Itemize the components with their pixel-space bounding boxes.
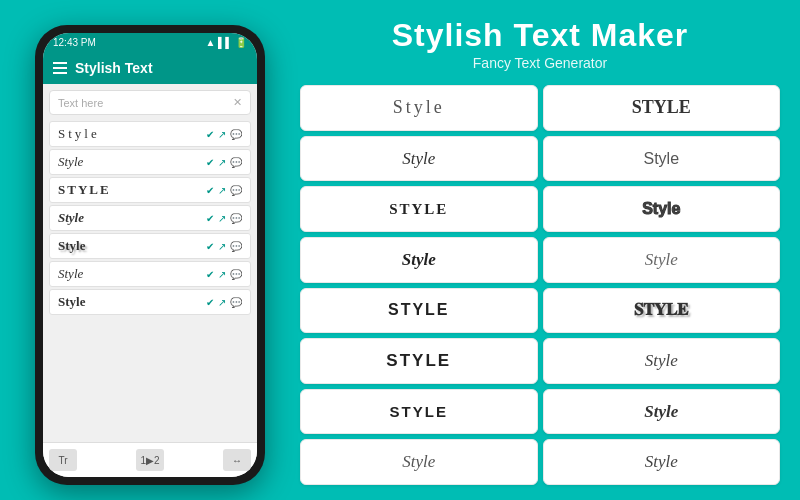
style-card-text: STYLE <box>388 301 450 319</box>
list-item-text: Style <box>58 294 85 310</box>
style-card[interactable]: STYLE <box>300 186 538 232</box>
phone-content: Text here ✕ Style ✔ ↗ 💬 Style <box>43 84 257 442</box>
copy-icon[interactable]: ✔ <box>206 129 214 140</box>
style-card-text: Style <box>645 250 678 270</box>
style-card[interactable]: STYLE <box>300 338 538 384</box>
copy-icon[interactable]: ✔ <box>206 241 214 252</box>
toolbar-title: Stylish Text <box>75 60 153 76</box>
copy-icon[interactable]: ✔ <box>206 157 214 168</box>
style-card-text: 𝐒𝐓𝐘𝐋𝐄 <box>634 300 688 320</box>
share-icon[interactable]: ↗ <box>218 157 226 168</box>
style-card-text: Style <box>402 250 436 270</box>
copy-icon[interactable]: ✔ <box>206 213 214 224</box>
list-item-text: Style <box>58 210 84 226</box>
app-subtitle: Fancy Text Generator <box>300 55 780 71</box>
list-item-text: Style <box>58 154 83 170</box>
share-icon[interactable]: ↗ <box>218 297 226 308</box>
whatsapp-icon[interactable]: 💬 <box>230 241 242 252</box>
whatsapp-icon[interactable]: 💬 <box>230 129 242 140</box>
share-icon[interactable]: ↗ <box>218 269 226 280</box>
list-item[interactable]: Style ✔ ↗ 💬 <box>49 233 251 259</box>
style-card[interactable]: Style <box>300 85 538 131</box>
list-item-actions: ✔ ↗ 💬 <box>206 241 242 252</box>
share-icon[interactable]: ↗ <box>218 129 226 140</box>
status-icons: ▲ ▌▌ 🔋 <box>205 37 247 48</box>
style-card-text: Style <box>644 402 678 422</box>
convert-button[interactable]: 1▶2 <box>136 449 164 471</box>
font-button[interactable]: Tr <box>49 449 77 471</box>
copy-icon[interactable]: ✔ <box>206 185 214 196</box>
whatsapp-icon[interactable]: 💬 <box>230 157 242 168</box>
style-card-text: STYLE <box>390 403 448 420</box>
style-card[interactable]: Style <box>300 439 538 485</box>
style-card[interactable]: Style <box>543 338 781 384</box>
list-item[interactable]: Style ✔ ↗ 💬 <box>49 289 251 315</box>
phone-toolbar: Stylish Text <box>43 52 257 84</box>
phone-section: 12:43 PM ▲ ▌▌ 🔋 Stylish Text Text here ✕ <box>0 0 290 500</box>
list-item[interactable]: STYLE ✔ ↗ 💬 <box>49 177 251 203</box>
style-card[interactable]: STYLE <box>543 85 781 131</box>
style-card-text: Style <box>402 452 435 472</box>
style-card[interactable]: Style <box>543 389 781 435</box>
list-item-actions: ✔ ↗ 💬 <box>206 157 242 168</box>
list-item-actions: ✔ ↗ 💬 <box>206 297 242 308</box>
status-time: 12:43 PM <box>53 37 96 48</box>
style-card-text: Style <box>393 97 445 118</box>
style-card-text: Style <box>642 200 680 218</box>
copy-icon[interactable]: ✔ <box>206 269 214 280</box>
list-item[interactable]: Style ✔ ↗ 💬 <box>49 261 251 287</box>
app-header: Stylish Text Maker Fancy Text Generator <box>300 18 780 71</box>
style-grid: Style STYLE Style Style STYLE Style Styl… <box>300 85 780 485</box>
list-item-actions: ✔ ↗ 💬 <box>206 213 242 224</box>
hamburger-icon[interactable] <box>53 62 67 74</box>
list-item[interactable]: Style ✔ ↗ 💬 <box>49 149 251 175</box>
list-item-text: Style <box>58 238 85 254</box>
phone-screen: 12:43 PM ▲ ▌▌ 🔋 Stylish Text Text here ✕ <box>43 33 257 477</box>
whatsapp-icon[interactable]: 💬 <box>230 185 242 196</box>
list-item[interactable]: Style ✔ ↗ 💬 <box>49 205 251 231</box>
expand-button[interactable]: ↔ <box>223 449 251 471</box>
style-card-text: Style <box>402 149 435 169</box>
style-card[interactable]: STYLE <box>300 389 538 435</box>
style-list: Style ✔ ↗ 💬 Style ✔ ↗ 💬 <box>43 121 257 315</box>
style-card[interactable]: Style <box>300 237 538 283</box>
style-card[interactable]: STYLE <box>300 288 538 334</box>
style-card[interactable]: Style <box>543 237 781 283</box>
style-card[interactable]: 𝐒𝐓𝐘𝐋𝐄 <box>543 288 781 334</box>
list-item-actions: ✔ ↗ 💬 <box>206 269 242 280</box>
search-bar[interactable]: Text here ✕ <box>49 90 251 115</box>
style-card[interactable]: Style <box>300 136 538 182</box>
style-card-text: Style <box>645 452 678 472</box>
style-card[interactable]: Style <box>543 186 781 232</box>
style-card-text: STYLE <box>632 97 691 118</box>
app-title: Stylish Text Maker <box>300 18 780 53</box>
style-card-text: Style <box>645 351 678 371</box>
share-icon[interactable]: ↗ <box>218 185 226 196</box>
copy-icon[interactable]: ✔ <box>206 297 214 308</box>
whatsapp-icon[interactable]: 💬 <box>230 297 242 308</box>
list-item-actions: ✔ ↗ 💬 <box>206 185 242 196</box>
status-bar: 12:43 PM ▲ ▌▌ 🔋 <box>43 33 257 52</box>
style-card[interactable]: Style <box>543 136 781 182</box>
phone-bottom-bar: Tr 1▶2 ↔ <box>43 442 257 477</box>
share-icon[interactable]: ↗ <box>218 213 226 224</box>
whatsapp-icon[interactable]: 💬 <box>230 269 242 280</box>
list-item-text: Style <box>58 266 83 282</box>
list-item-text: STYLE <box>58 182 111 198</box>
style-card-text: STYLE <box>386 351 451 371</box>
whatsapp-icon[interactable]: 💬 <box>230 213 242 224</box>
list-item-text: Style <box>58 126 100 142</box>
list-item-actions: ✔ ↗ 💬 <box>206 129 242 140</box>
phone-mockup: 12:43 PM ▲ ▌▌ 🔋 Stylish Text Text here ✕ <box>35 25 265 485</box>
right-section: Stylish Text Maker Fancy Text Generator … <box>290 0 800 500</box>
search-placeholder: Text here <box>58 97 103 109</box>
style-card[interactable]: Style <box>543 439 781 485</box>
style-card-text: STYLE <box>389 201 448 218</box>
list-item[interactable]: Style ✔ ↗ 💬 <box>49 121 251 147</box>
share-icon[interactable]: ↗ <box>218 241 226 252</box>
clear-icon[interactable]: ✕ <box>233 96 242 109</box>
style-card-text: Style <box>643 150 679 168</box>
